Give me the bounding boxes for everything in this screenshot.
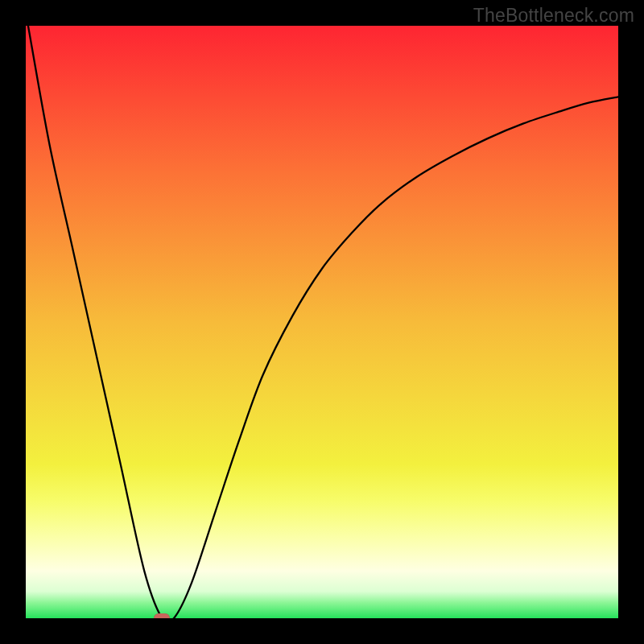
watermark-text: TheBottleneck.com <box>473 5 634 27</box>
plot-area <box>26 26 618 618</box>
optimal-point-marker <box>154 613 170 618</box>
chart-frame: TheBottleneck.com <box>0 0 644 644</box>
bottleneck-curve <box>26 26 618 618</box>
